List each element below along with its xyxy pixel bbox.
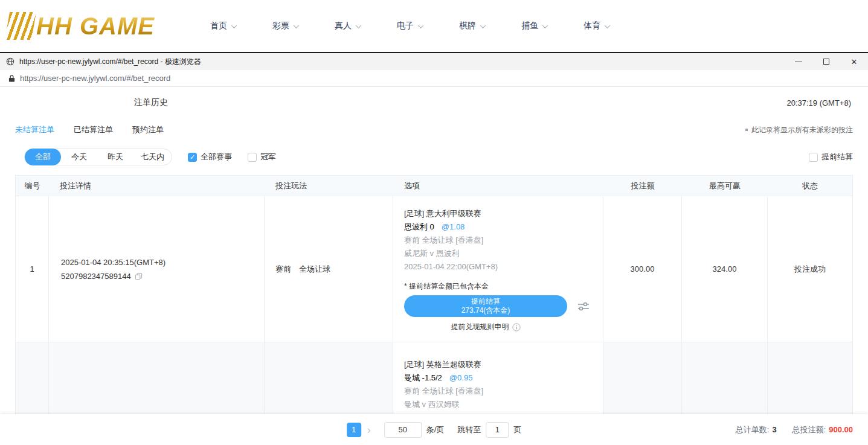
nav-item-live[interactable]: 真人 (335, 21, 361, 31)
window-title: https://user-pc-new.jylywl.com/#/bet_rec… (19, 57, 785, 67)
current-time: 20:37:19 (GMT+8) (786, 98, 851, 107)
copy-icon[interactable] (135, 272, 143, 280)
record-note-text: 此记录将显示所有未派彩的投注 (751, 125, 853, 135)
logo-text: HH GAME (36, 13, 155, 40)
tab-unsettled[interactable]: 未结算注单 (15, 124, 54, 135)
nav-item-label: 首页 (210, 21, 227, 31)
bet-amount: 300.00 (603, 196, 682, 342)
tab-settled[interactable]: 已结算注单 (74, 124, 113, 135)
nav-item-chess[interactable]: 棋牌 (459, 21, 485, 31)
maximize-icon (823, 59, 829, 65)
total-count-value: 3 (772, 425, 776, 434)
total-count-label: 总计单数: (736, 424, 770, 435)
pick-name: 恩波利 0 (404, 220, 434, 234)
nav-item-sports[interactable]: 体育 (583, 21, 609, 31)
odds-value: @0.95 (449, 371, 473, 385)
header-maxwin: 最高可赢 (682, 176, 768, 196)
url-text: https://user-pc-new.jylywl.com/#/bet_rec… (20, 74, 170, 83)
minimize-icon (795, 62, 802, 62)
table-header-row: 编号 投注详情 投注玩法 选项 投注额 最高可赢 状态 (16, 176, 852, 196)
chevron-down-icon (418, 22, 424, 28)
bet-option-cell: [足球] 意大利甲级联赛 恩波利 0 @1.08 赛前 全场让球 [香港盘] 威… (393, 196, 603, 342)
totals: 总计单数: 3 总投注额: 900.00 (736, 424, 853, 435)
chevron-down-icon (294, 22, 300, 28)
nav-item-label: 捕鱼 (521, 21, 538, 31)
tab-reserved[interactable]: 预约注单 (132, 124, 164, 135)
jump-page-input[interactable] (486, 422, 509, 438)
champion-checkbox[interactable]: 冠军 (248, 152, 276, 162)
minimize-button[interactable] (785, 53, 812, 70)
cashout-title: 提前结算 (471, 297, 500, 306)
bullet-icon (745, 129, 748, 131)
header-status: 状态 (768, 176, 852, 196)
logo-stripes-icon (5, 12, 36, 40)
info-icon[interactable] (512, 323, 521, 331)
pagination-controls: 1 › 条/页 跳转至 页 (347, 422, 522, 438)
total-amount-value: 900.00 (829, 425, 853, 434)
cashout-rule-link[interactable]: 提前兑现规则申明 (404, 322, 567, 332)
early-settle-checkbox[interactable]: 提前结算 (809, 152, 853, 162)
date-pill-yesterday[interactable]: 昨天 (97, 149, 133, 165)
globe-icon (6, 57, 14, 66)
page-size-input[interactable] (384, 422, 422, 438)
browser-titlebar: https://user-pc-new.jylywl.com/#/bet_rec… (0, 52, 868, 70)
maximize-button[interactable] (812, 53, 840, 70)
date-pill-all[interactable]: 全部 (25, 149, 61, 165)
max-win: 324.00 (682, 196, 768, 342)
sliders-icon[interactable] (577, 301, 590, 312)
date-pill-today[interactable]: 今天 (61, 149, 97, 165)
match-name: 曼城 v 西汉姆联 (404, 398, 596, 411)
close-icon: ✕ (851, 57, 858, 66)
table-row: 1 2025-01-04 20:35:15(GMT+8) 52079823475… (16, 196, 852, 342)
header-no: 编号 (16, 176, 49, 196)
tabs: 未结算注单 已结算注单 预约注单 (15, 124, 164, 135)
logo[interactable]: HH GAME (7, 12, 188, 40)
date-pill-7days[interactable]: 七天内 (133, 149, 172, 165)
check-icon: ✓ (190, 154, 195, 161)
nav-item-label: 真人 (335, 21, 352, 31)
all-events-label: 全部赛事 (201, 152, 232, 162)
nav-item-lottery[interactable]: 彩票 (272, 21, 298, 31)
nav-item-electronic[interactable]: 电子 (397, 21, 423, 31)
bet-play: 赛前 全场让球 (265, 196, 393, 342)
nav-item-fishing[interactable]: 捕鱼 (521, 21, 547, 31)
header-option: 选项 (393, 176, 603, 196)
record-note: 此记录将显示所有未派彩的投注 (745, 125, 853, 135)
site-header: HH GAME 首页 彩票 真人 电子 棋牌 (0, 0, 868, 52)
market-type: 赛前 全场让球 [香港盘] (404, 234, 596, 247)
bet-id: 5207982347589144 (61, 272, 131, 281)
address-bar[interactable]: https://user-pc-new.jylywl.com/#/bet_rec… (0, 70, 868, 87)
league-name: [足球] 意大利甲级联赛 (404, 207, 596, 220)
chevron-down-icon (542, 22, 548, 28)
chevron-down-icon (231, 22, 237, 28)
next-page-icon[interactable]: › (367, 424, 371, 435)
window-controls: ✕ (785, 53, 868, 70)
bet-detail-cell: 2025-01-04 20:35:15(GMT+8) 5207982347589… (49, 196, 265, 342)
league-name: [足球] 英格兰超级联赛 (404, 358, 596, 371)
main-nav: 首页 彩票 真人 电子 棋牌 捕鱼 (210, 21, 609, 31)
cashout-amount: 273.74(含本金) (461, 306, 510, 315)
page-number-button[interactable]: 1 (347, 423, 361, 437)
jump-label: 跳转至 (457, 424, 481, 435)
close-button[interactable]: ✕ (840, 53, 868, 70)
page-unit-label: 页 (513, 424, 521, 435)
chevron-down-icon (480, 22, 486, 28)
nav-item-label: 棋牌 (459, 21, 476, 31)
per-page-label: 条/页 (426, 424, 445, 435)
bet-no: 1 (16, 196, 49, 342)
lock-icon (8, 74, 15, 82)
tabs-row: 未结算注单 已结算注单 预约注单 此记录将显示所有未派彩的投注 (0, 122, 868, 138)
bet-time: 2025-01-04 20:35:15(GMT+8) (61, 258, 264, 267)
match-name: 威尼斯 v 恩波利 (404, 247, 596, 260)
all-events-checkbox[interactable]: ✓ 全部赛事 (188, 152, 232, 162)
page-title: 注单历史 (134, 97, 168, 108)
chevron-down-icon (356, 22, 362, 28)
header-amount: 投注额 (603, 176, 682, 196)
cashout-note: * 提前结算金额已包含本金 (404, 281, 596, 292)
champion-label: 冠军 (260, 152, 276, 162)
cashout-button[interactable]: 提前结算 273.74(含本金) (404, 295, 567, 317)
odds-value: @1.08 (442, 220, 465, 234)
nav-item-home[interactable]: 首页 (210, 21, 236, 31)
total-amount-label: 总投注额: (792, 424, 826, 435)
nav-item-label: 电子 (397, 21, 414, 31)
